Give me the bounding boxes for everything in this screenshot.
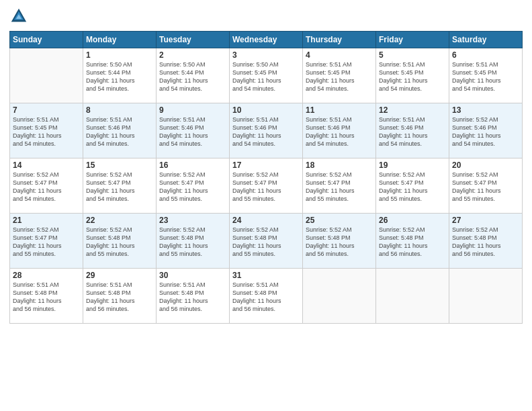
day-info: Sunrise: 5:51 AM Sunset: 5:45 PM Dayligh…: [306, 60, 373, 93]
day-info: Sunrise: 5:52 AM Sunset: 5:48 PM Dayligh…: [159, 226, 226, 259]
calendar-cell: 1Sunrise: 5:50 AM Sunset: 5:44 PM Daylig…: [83, 48, 157, 103]
calendar-cell: 29Sunrise: 5:51 AM Sunset: 5:48 PM Dayli…: [83, 269, 157, 324]
day-number: 25: [306, 216, 373, 225]
calendar-cell: [303, 269, 376, 324]
calendar-cell: [10, 48, 83, 103]
calendar-cell: 16Sunrise: 5:52 AM Sunset: 5:47 PM Dayli…: [157, 158, 230, 214]
col-header-friday: Friday: [376, 32, 449, 48]
day-number: 1: [86, 50, 153, 60]
day-info: Sunrise: 5:52 AM Sunset: 5:47 PM Dayligh…: [232, 171, 300, 203]
calendar-cell: 8Sunrise: 5:51 AM Sunset: 5:46 PM Daylig…: [83, 103, 157, 158]
day-info: Sunrise: 5:50 AM Sunset: 5:44 PM Dayligh…: [86, 60, 153, 93]
day-number: 14: [13, 161, 80, 170]
day-info: Sunrise: 5:50 AM Sunset: 5:45 PM Dayligh…: [232, 60, 300, 93]
day-info: Sunrise: 5:52 AM Sunset: 5:48 PM Dayligh…: [379, 226, 446, 259]
day-number: 4: [306, 50, 373, 60]
day-number: 20: [452, 161, 519, 170]
calendar-cell: 21Sunrise: 5:52 AM Sunset: 5:47 PM Dayli…: [10, 214, 83, 269]
col-header-thursday: Thursday: [303, 32, 376, 48]
day-number: 16: [159, 161, 226, 170]
calendar-cell: 5Sunrise: 5:51 AM Sunset: 5:45 PM Daylig…: [376, 48, 449, 103]
day-info: Sunrise: 5:52 AM Sunset: 5:46 PM Dayligh…: [452, 116, 519, 148]
day-info: Sunrise: 5:51 AM Sunset: 5:46 PM Dayligh…: [379, 116, 446, 148]
day-info: Sunrise: 5:52 AM Sunset: 5:48 PM Dayligh…: [452, 226, 519, 259]
logo-icon: [9, 7, 28, 26]
calendar-cell: 3Sunrise: 5:50 AM Sunset: 5:45 PM Daylig…: [230, 48, 303, 103]
logo: [9, 7, 31, 26]
day-info: Sunrise: 5:52 AM Sunset: 5:48 PM Dayligh…: [86, 226, 153, 259]
calendar-header: SundayMondayTuesdayWednesdayThursdayFrid…: [10, 32, 523, 48]
calendar-cell: [449, 269, 523, 324]
day-number: 22: [86, 216, 153, 225]
day-number: 23: [159, 216, 226, 225]
calendar-container: SundayMondayTuesdayWednesdayThursdayFrid…: [0, 0, 532, 411]
day-number: 9: [159, 105, 226, 115]
calendar-table: SundayMondayTuesdayWednesdayThursdayFrid…: [9, 31, 523, 324]
calendar-cell: 7Sunrise: 5:51 AM Sunset: 5:45 PM Daylig…: [10, 103, 83, 158]
day-number: 24: [232, 216, 300, 225]
calendar-cell: 31Sunrise: 5:51 AM Sunset: 5:48 PM Dayli…: [230, 269, 303, 324]
calendar-cell: 19Sunrise: 5:52 AM Sunset: 5:47 PM Dayli…: [376, 158, 449, 214]
day-info: Sunrise: 5:51 AM Sunset: 5:48 PM Dayligh…: [159, 281, 226, 314]
calendar-cell: 12Sunrise: 5:51 AM Sunset: 5:46 PM Dayli…: [376, 103, 449, 158]
calendar-cell: 18Sunrise: 5:52 AM Sunset: 5:47 PM Dayli…: [303, 158, 376, 214]
day-info: Sunrise: 5:52 AM Sunset: 5:47 PM Dayligh…: [159, 171, 226, 203]
calendar-cell: 10Sunrise: 5:51 AM Sunset: 5:46 PM Dayli…: [230, 103, 303, 158]
calendar-cell: 11Sunrise: 5:51 AM Sunset: 5:46 PM Dayli…: [303, 103, 376, 158]
day-number: 5: [379, 50, 446, 60]
day-number: 7: [13, 105, 80, 115]
calendar-cell: 27Sunrise: 5:52 AM Sunset: 5:48 PM Dayli…: [449, 214, 523, 269]
header: [9, 7, 523, 26]
day-number: 19: [379, 161, 446, 170]
calendar-cell: 17Sunrise: 5:52 AM Sunset: 5:47 PM Dayli…: [230, 158, 303, 214]
calendar-cell: 28Sunrise: 5:51 AM Sunset: 5:48 PM Dayli…: [10, 269, 83, 324]
col-header-sunday: Sunday: [10, 32, 83, 48]
day-info: Sunrise: 5:52 AM Sunset: 5:47 PM Dayligh…: [379, 171, 446, 203]
day-number: 10: [232, 105, 300, 115]
calendar-cell: 14Sunrise: 5:52 AM Sunset: 5:47 PM Dayli…: [10, 158, 83, 214]
week-row-4: 21Sunrise: 5:52 AM Sunset: 5:47 PM Dayli…: [10, 214, 523, 269]
col-header-monday: Monday: [83, 32, 157, 48]
col-header-tuesday: Tuesday: [157, 32, 230, 48]
day-info: Sunrise: 5:51 AM Sunset: 5:45 PM Dayligh…: [452, 60, 519, 93]
day-info: Sunrise: 5:52 AM Sunset: 5:48 PM Dayligh…: [232, 226, 300, 259]
day-info: Sunrise: 5:51 AM Sunset: 5:46 PM Dayligh…: [86, 116, 153, 148]
calendar-cell: 4Sunrise: 5:51 AM Sunset: 5:45 PM Daylig…: [303, 48, 376, 103]
day-number: 12: [379, 105, 446, 115]
calendar-cell: 20Sunrise: 5:52 AM Sunset: 5:47 PM Dayli…: [449, 158, 523, 214]
calendar-cell: 6Sunrise: 5:51 AM Sunset: 5:45 PM Daylig…: [449, 48, 523, 103]
day-number: 11: [306, 105, 373, 115]
day-info: Sunrise: 5:51 AM Sunset: 5:48 PM Dayligh…: [232, 281, 300, 314]
day-number: 29: [86, 271, 153, 280]
day-info: Sunrise: 5:52 AM Sunset: 5:48 PM Dayligh…: [306, 226, 373, 259]
week-row-1: 1Sunrise: 5:50 AM Sunset: 5:44 PM Daylig…: [10, 48, 523, 103]
day-number: 8: [86, 105, 153, 115]
week-row-5: 28Sunrise: 5:51 AM Sunset: 5:48 PM Dayli…: [10, 269, 523, 324]
day-number: 28: [13, 271, 80, 280]
header-row: SundayMondayTuesdayWednesdayThursdayFrid…: [10, 32, 523, 48]
day-number: 15: [86, 161, 153, 170]
calendar-cell: 2Sunrise: 5:50 AM Sunset: 5:44 PM Daylig…: [157, 48, 230, 103]
day-number: 17: [232, 161, 300, 170]
day-number: 3: [232, 50, 300, 60]
day-info: Sunrise: 5:51 AM Sunset: 5:46 PM Dayligh…: [306, 116, 373, 148]
day-number: 21: [13, 216, 80, 225]
day-info: Sunrise: 5:51 AM Sunset: 5:48 PM Dayligh…: [13, 281, 80, 314]
calendar-cell: 24Sunrise: 5:52 AM Sunset: 5:48 PM Dayli…: [230, 214, 303, 269]
week-row-2: 7Sunrise: 5:51 AM Sunset: 5:45 PM Daylig…: [10, 103, 523, 158]
calendar-cell: 13Sunrise: 5:52 AM Sunset: 5:46 PM Dayli…: [449, 103, 523, 158]
week-row-3: 14Sunrise: 5:52 AM Sunset: 5:47 PM Dayli…: [10, 158, 523, 214]
day-number: 6: [452, 50, 519, 60]
day-info: Sunrise: 5:52 AM Sunset: 5:47 PM Dayligh…: [452, 171, 519, 203]
calendar-cell: 23Sunrise: 5:52 AM Sunset: 5:48 PM Dayli…: [157, 214, 230, 269]
day-info: Sunrise: 5:51 AM Sunset: 5:45 PM Dayligh…: [379, 60, 446, 93]
day-info: Sunrise: 5:52 AM Sunset: 5:47 PM Dayligh…: [86, 171, 153, 203]
col-header-saturday: Saturday: [449, 32, 523, 48]
calendar-cell: 25Sunrise: 5:52 AM Sunset: 5:48 PM Dayli…: [303, 214, 376, 269]
calendar-cell: 26Sunrise: 5:52 AM Sunset: 5:48 PM Dayli…: [376, 214, 449, 269]
day-info: Sunrise: 5:50 AM Sunset: 5:44 PM Dayligh…: [159, 60, 226, 93]
day-info: Sunrise: 5:52 AM Sunset: 5:47 PM Dayligh…: [13, 171, 80, 203]
day-info: Sunrise: 5:51 AM Sunset: 5:46 PM Dayligh…: [159, 116, 226, 148]
day-number: 27: [452, 216, 519, 225]
col-header-wednesday: Wednesday: [230, 32, 303, 48]
